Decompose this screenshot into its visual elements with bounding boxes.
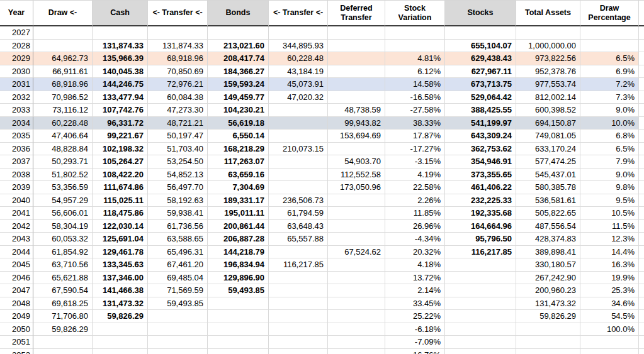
cell-extra[interactable]: [639, 26, 644, 40]
cell-deferred[interactable]: [328, 91, 385, 104]
cell-deferred[interactable]: 48,738.59: [328, 104, 385, 117]
cell-draw[interactable]: 59,826.29: [33, 323, 93, 336]
cell-transfer2[interactable]: [269, 336, 328, 349]
cell-stock_var[interactable]: 33.45%: [385, 297, 445, 311]
cell-cash[interactable]: 108,422.20: [93, 169, 148, 182]
cell-total[interactable]: 428,374.83: [516, 233, 580, 246]
cell-transfer1[interactable]: 61,736.56: [148, 220, 208, 233]
cell-stocks[interactable]: 116,217.85: [445, 246, 516, 259]
cell-deferred[interactable]: 54,903.70: [328, 155, 385, 169]
cell-cash[interactable]: 133,345.63: [93, 258, 148, 272]
cell-draw[interactable]: 60,228.48: [33, 117, 93, 130]
cell-total[interactable]: 267,242.90: [516, 272, 580, 285]
cell-deferred[interactable]: [328, 310, 385, 323]
cell-extra[interactable]: [639, 207, 644, 220]
cell-draw[interactable]: 68,918.96: [33, 78, 93, 91]
cell-extra[interactable]: [639, 297, 644, 311]
cell-bonds[interactable]: 208,417.74: [208, 52, 269, 65]
cell-deferred[interactable]: [328, 284, 385, 297]
cell-draw[interactable]: 53,356.59: [33, 181, 93, 194]
cell-transfer2[interactable]: 61,794.59: [269, 207, 328, 220]
cell-transfer2[interactable]: [269, 297, 328, 311]
cell-stock_var[interactable]: -7.09%: [385, 336, 445, 349]
cell-year[interactable]: 2050: [0, 323, 33, 336]
cell-extra[interactable]: [639, 194, 644, 207]
cell-draw_pct[interactable]: 14.4%: [580, 246, 639, 259]
cell-total[interactable]: 973,822.56: [516, 52, 580, 65]
cell-transfer1[interactable]: [148, 310, 208, 323]
cell-deferred[interactable]: [328, 297, 385, 311]
cell-stocks[interactable]: 461,406.22: [445, 181, 516, 194]
cell-transfer1[interactable]: 47,273.30: [148, 104, 208, 117]
cell-draw_pct[interactable]: 10.5%: [580, 207, 639, 220]
cell-transfer1[interactable]: 71,569.59: [148, 284, 208, 297]
cell-cash[interactable]: 144,246.75: [93, 78, 148, 91]
cell-draw[interactable]: 47,406.64: [33, 130, 93, 143]
column-header-year[interactable]: Year: [0, 1, 33, 26]
cell-draw_pct[interactable]: 54.5%: [580, 310, 639, 323]
cell-draw_pct[interactable]: 7.2%: [580, 78, 639, 91]
cell-stocks[interactable]: 354,946.91: [445, 155, 516, 169]
cell-draw[interactable]: [33, 349, 93, 354]
cell-stock_var[interactable]: 6.12%: [385, 65, 445, 79]
cell-stocks[interactable]: [445, 284, 516, 297]
cell-total[interactable]: 600,398.52: [516, 104, 580, 117]
cell-draw_pct[interactable]: [580, 336, 639, 349]
cell-bonds[interactable]: [208, 26, 269, 40]
cell-cash[interactable]: 131,473.32: [93, 297, 148, 311]
cell-draw_pct[interactable]: 6.8%: [580, 130, 639, 143]
cell-year[interactable]: 2047: [0, 284, 33, 297]
cell-bonds[interactable]: 206,887.28: [208, 233, 269, 246]
cell-year[interactable]: 2042: [0, 220, 33, 233]
cell-total[interactable]: 977,553.74: [516, 78, 580, 91]
cell-extra[interactable]: [639, 336, 644, 349]
column-header-draw[interactable]: Draw <-: [33, 1, 93, 26]
cell-year[interactable]: 2029: [0, 52, 33, 65]
cell-transfer1[interactable]: 65,496.31: [148, 246, 208, 259]
cell-stocks[interactable]: 164,664.96: [445, 220, 516, 233]
cell-draw[interactable]: 66,911.61: [33, 65, 93, 79]
cell-draw_pct[interactable]: 100.0%: [580, 323, 639, 336]
cell-deferred[interactable]: [328, 26, 385, 40]
cell-stocks[interactable]: [445, 336, 516, 349]
cell-extra[interactable]: [639, 272, 644, 285]
cell-transfer2[interactable]: [269, 323, 328, 336]
cell-cash[interactable]: 129,461.78: [93, 246, 148, 259]
cell-cash[interactable]: 135,966.39: [93, 52, 148, 65]
cell-deferred[interactable]: [328, 220, 385, 233]
cell-deferred[interactable]: 112,552.58: [328, 169, 385, 182]
cell-transfer2[interactable]: [269, 104, 328, 117]
cell-draw_pct[interactable]: 6.5%: [580, 52, 639, 65]
cell-bonds[interactable]: 56,619.18: [208, 117, 269, 130]
cell-transfer1[interactable]: 59,493.85: [148, 297, 208, 311]
cell-total[interactable]: 200,960.23: [516, 284, 580, 297]
cell-bonds[interactable]: 189,331.17: [208, 194, 269, 207]
cell-total[interactable]: 545,437.01: [516, 169, 580, 182]
cell-cash[interactable]: 96,331.72: [93, 117, 148, 130]
cell-draw_pct[interactable]: 9.8%: [580, 181, 639, 194]
cell-extra[interactable]: [639, 117, 644, 130]
cell-draw_pct[interactable]: 12.3%: [580, 233, 639, 246]
cell-deferred[interactable]: 153,694.69: [328, 130, 385, 143]
cell-transfer2[interactable]: 43,184.19: [269, 65, 328, 79]
cell-bonds[interactable]: [208, 336, 269, 349]
cell-draw[interactable]: 69,618.25: [33, 297, 93, 311]
cell-stock_var[interactable]: 38.33%: [385, 117, 445, 130]
cell-year[interactable]: 2033: [0, 104, 33, 117]
cell-transfer1[interactable]: 67,461.20: [148, 258, 208, 272]
cell-extra[interactable]: [639, 220, 644, 233]
cell-year[interactable]: 2041: [0, 207, 33, 220]
cell-year[interactable]: 2037: [0, 155, 33, 169]
cell-total[interactable]: 1,000,000.00: [516, 40, 580, 53]
cell-cash[interactable]: 122,030.14: [93, 220, 148, 233]
cell-deferred[interactable]: [328, 233, 385, 246]
cell-extra[interactable]: [639, 349, 644, 354]
cell-year[interactable]: 2036: [0, 143, 33, 156]
cell-extra[interactable]: [639, 104, 644, 117]
cell-stocks[interactable]: 192,335.68: [445, 207, 516, 220]
cell-deferred[interactable]: [328, 272, 385, 285]
cell-total[interactable]: 389,898.41: [516, 246, 580, 259]
column-header-stock_var[interactable]: Stock Variation: [385, 1, 445, 26]
cell-year[interactable]: 2031: [0, 78, 33, 91]
cell-stocks[interactable]: [445, 297, 516, 311]
